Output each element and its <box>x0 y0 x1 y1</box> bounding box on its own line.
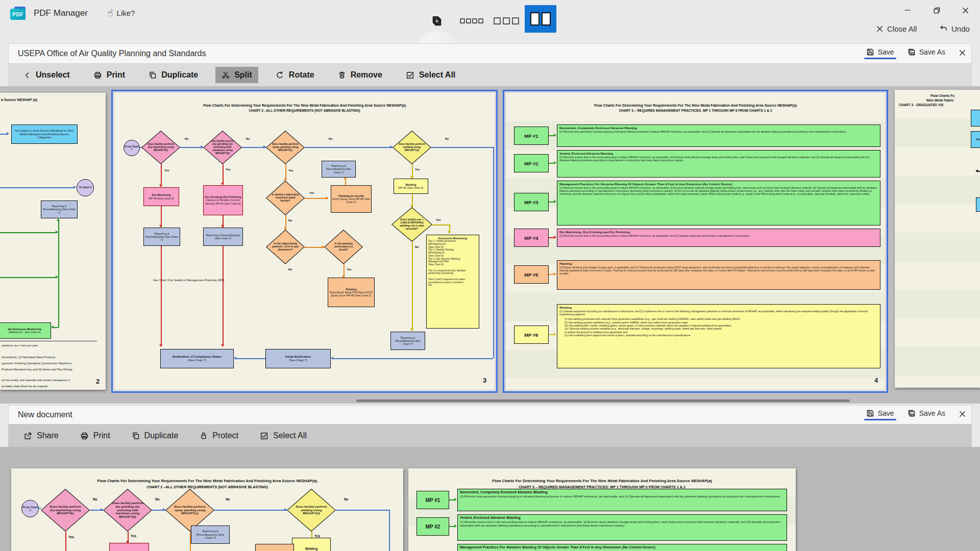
view-small-grid-icon[interactable] <box>458 12 485 30</box>
flow-box-reporting-bottom: Reporting & Recordkeeping (See Chart 7) <box>390 332 425 350</box>
printer-icon <box>80 432 89 440</box>
flow-diamond-dry-grinding: Does facility perform dry grinding dry p… <box>203 131 242 164</box>
flow-label-no: No <box>246 138 250 141</box>
like-label: Like? <box>117 9 135 17</box>
flow-box-reporting: Reporting & Recordkeeping (See Chart 7) <box>191 525 230 544</box>
chart3-title-line2: CHART 3 – REQUIRED MANAGEMENT PRACTICES:… <box>506 109 885 113</box>
flow-label-no: No <box>288 268 292 271</box>
flow-diamond-dry-machining: Does facility perform dry machining usin… <box>41 489 90 532</box>
chart2-title-line1: Flow Charts For Determining Your Require… <box>114 103 495 108</box>
page-thumbnail-2[interactable]: a Source NESHAP (a) Not subject to Area … <box>0 93 106 390</box>
share-button[interactable]: Share <box>23 431 59 440</box>
page-number: 3 <box>483 377 486 384</box>
undo-button[interactable]: Undo <box>939 24 970 33</box>
checkbox-checked-icon <box>260 432 268 440</box>
flow-connector <box>223 246 224 346</box>
select-all-button[interactable]: Select All <box>406 70 455 80</box>
flow-connector <box>65 532 66 551</box>
doc1-save-button[interactable]: Save <box>866 48 894 57</box>
doc2-title: New document <box>9 410 72 419</box>
protect-button[interactable]: Protect <box>200 431 238 440</box>
flow-diamond-object15: Is the object being painted > 15 ft in a… <box>266 230 305 264</box>
rotate-button[interactable]: Rotate <box>276 70 314 80</box>
flow-arrowhead <box>554 272 556 276</box>
flow-arrowhead <box>454 498 457 501</box>
close-all-icon <box>876 25 884 33</box>
footnote-line: Products Manufacturing; and (9) Valves a… <box>2 368 72 371</box>
flow-diamond-welding: Does facility perform welding using MFHA… <box>287 489 336 532</box>
like-button[interactable]: ☝ Like? <box>107 7 135 18</box>
close-all-button[interactable]: Close All <box>876 24 917 33</box>
flow-connector <box>242 147 266 148</box>
flow-arrowhead <box>56 231 58 234</box>
flow-label-yes: Yes <box>131 535 136 538</box>
flow-label-yes: Yes <box>415 168 420 171</box>
remove-button[interactable]: Remove <box>338 70 382 80</box>
footnote-line: Generators); (2) Fabricated Metal Produc… <box>2 356 56 359</box>
minimize-button[interactable] <box>896 3 919 18</box>
scissors-icon <box>222 71 230 79</box>
flow-arrowhead <box>56 276 58 279</box>
footnote-line: (of the metal), and materials that conta… <box>2 379 70 382</box>
flow-diamond-welding: Does facility perform welding using MFHA… <box>393 131 431 164</box>
page-thumbnail-new-2[interactable]: Flow Charts For Determining Your Require… <box>408 468 796 551</box>
flow-connector <box>389 510 390 551</box>
lock-icon <box>200 432 208 440</box>
flow-box-reporting-mid: Reporting & Recordkeeping (See Chart 7) <box>322 161 356 178</box>
mp2-desc: Vented, Enclosed Abrasive Blasting(1) Mi… <box>457 514 787 541</box>
footnote-line: quipment; Finishing Operations (Construc… <box>2 362 71 365</box>
chart2-title-line1: Flow Charts For Determining Your Require… <box>11 479 403 484</box>
print-button-2[interactable]: Print <box>80 431 110 440</box>
flow-connector <box>493 147 494 358</box>
page-thumbnail-5[interactable]: Flow Charts Fo Nine Metal Fabric CHART 4… <box>895 90 980 388</box>
view-stack-icon[interactable] <box>428 12 445 30</box>
page-thumbnail-new-1[interactable]: Flow Charts For Determining Your Require… <box>11 468 403 551</box>
mp4-desc: Dry Machining, Dry Grinding and Dry Poli… <box>557 229 880 247</box>
page-thumbnail-4[interactable]: Flow Charts For Determining Your Require… <box>506 93 885 390</box>
flow-label-yes: Yes <box>288 169 293 172</box>
flow-connector <box>431 147 493 148</box>
flow-box-not-subject: Not subject to Area Source Standards for… <box>11 124 78 144</box>
view-medium-grid-icon[interactable] <box>492 12 521 30</box>
unselect-button[interactable]: Unselect <box>23 70 70 80</box>
flow-box-emissions-monitoring: Emissions Monitoring Tier 1: Visible Emi… <box>426 235 479 329</box>
h-scrollbar-thumb[interactable] <box>356 399 850 402</box>
print-button[interactable]: Print <box>93 70 125 80</box>
app-title: PDF Manager <box>34 8 88 18</box>
mp6-label: MP #6 <box>514 325 549 344</box>
doc1-close-button[interactable] <box>959 49 966 57</box>
flow-label-no: No <box>445 138 449 141</box>
flow-box-reporting: Reporting & Recordkeeping (See Chart 7) <box>41 201 78 218</box>
flow-connector <box>432 224 449 226</box>
flow-label-yes: Yes <box>347 268 352 271</box>
flow-connector <box>305 147 393 148</box>
duplicate-button[interactable]: Duplicate <box>149 70 198 80</box>
doc1-toolbar: Unselect Print Duplicate Split Rotate Re… <box>8 64 972 86</box>
footnote-line: ial Safety Data Sheet for the material. <box>2 385 48 388</box>
flow-label-no: No <box>344 498 349 501</box>
doc2-save-button[interactable]: Save <box>866 409 894 418</box>
flow-connector <box>214 510 287 511</box>
flow-connector <box>336 510 389 511</box>
view-two-page-icon[interactable] <box>525 5 556 33</box>
page-thumbnail-3[interactable]: Flow Charts For Determining Your Require… <box>114 93 495 390</box>
select-all-button-2[interactable]: Select All <box>260 431 307 440</box>
flow-connector <box>0 232 56 233</box>
duplicate-button-2[interactable]: Duplicate <box>132 431 179 440</box>
close-window-button[interactable] <box>954 3 976 18</box>
restore-button[interactable] <box>925 3 948 18</box>
flow-connector <box>223 164 224 185</box>
page-selection-4: Flow Charts For Determining Your Require… <box>503 90 888 393</box>
flow-box-welding: WeldingMP #6 (See Chart 3) <box>394 179 428 194</box>
flow-diamond-booth: Is the painting performed in a booth? <box>324 230 363 264</box>
flow-box-visible-emissions: ble Emissions Monitoring (Method 22 - Se… <box>0 322 51 339</box>
flow-connector <box>978 171 980 172</box>
split-button[interactable]: Split <box>215 67 258 83</box>
flow-arrowhead <box>454 524 457 528</box>
doc1-save-as-button[interactable]: Save As <box>908 48 945 57</box>
page-number: 4 <box>874 377 878 384</box>
close-all-label: Close All <box>887 24 917 33</box>
flow-diamond-dry-grinding: Does facility perform dry grinding dry p… <box>103 489 152 532</box>
doc2-close-button[interactable] <box>959 410 966 418</box>
doc2-save-as-button[interactable]: Save As <box>908 409 945 418</box>
